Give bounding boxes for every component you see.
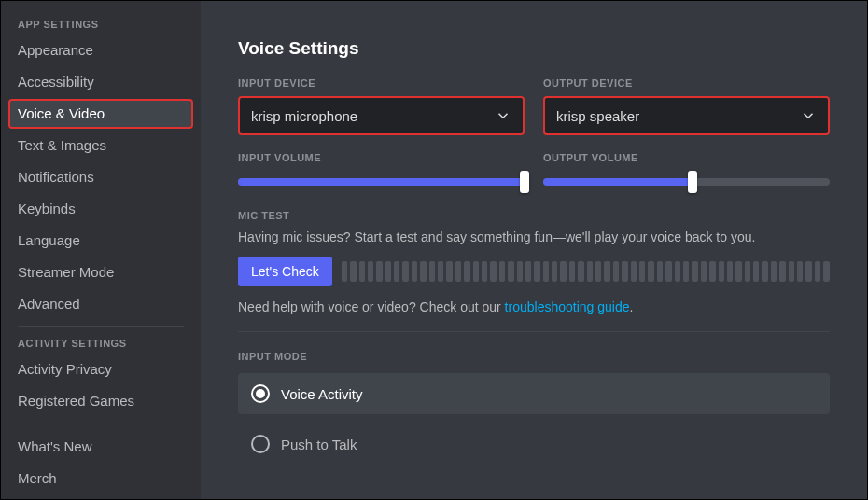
output-device-label: Output Device <box>543 77 830 89</box>
sidebar-divider <box>18 326 184 327</box>
input-mode-label: Input Mode <box>238 351 830 362</box>
help-text-prefix: Need help with voice or video? Check out… <box>238 299 505 314</box>
sidebar-item-merch[interactable]: Merch <box>8 464 193 493</box>
page-title: Voice Settings <box>238 38 830 59</box>
sidebar-item-activity-privacy[interactable]: Activity Privacy <box>8 354 193 384</box>
help-text-suffix: . <box>630 299 634 314</box>
output-device-select[interactable]: krisp speaker <box>543 96 830 135</box>
mic-test-button[interactable]: Let's Check <box>238 257 332 286</box>
output-volume-slider[interactable] <box>543 171 830 193</box>
sidebar-item-accessibility[interactable]: Accessibility <box>8 67 193 97</box>
input-volume-slider[interactable] <box>238 171 525 193</box>
input-device-label: Input Device <box>238 77 525 89</box>
sidebar-item-notifications[interactable]: Notifications <box>8 162 193 192</box>
radio-unselected-icon <box>251 435 270 453</box>
chevron-down-icon <box>495 107 511 124</box>
section-divider <box>238 331 830 332</box>
output-device-value: krisp speaker <box>556 108 639 124</box>
help-text: Need help with voice or video? Check out… <box>238 299 830 314</box>
input-mode-push-to-talk[interactable]: Push to Talk <box>238 424 830 465</box>
radio-selected-icon <box>251 384 270 403</box>
mic-test-description: Having mic issues? Start a test and say … <box>238 229 830 245</box>
sidebar-item-streamer-mode[interactable]: Streamer Mode <box>8 257 193 287</box>
input-device-select[interactable]: krisp microphone <box>238 96 525 135</box>
sidebar-item-whats-new[interactable]: What's New <box>8 432 193 462</box>
sidebar-item-registered-games[interactable]: Registered Games <box>8 386 193 416</box>
input-mode-voice-activity[interactable]: Voice Activity <box>238 373 830 414</box>
sidebar-item-keybinds[interactable]: Keybinds <box>8 194 193 224</box>
input-volume-label: Input Volume <box>238 152 525 163</box>
radio-label: Voice Activity <box>281 386 363 402</box>
chevron-down-icon <box>800 107 817 124</box>
settings-sidebar: App Settings Appearance Accessibility Vo… <box>1 1 201 499</box>
troubleshooting-link[interactable]: troubleshooting guide <box>505 299 630 314</box>
sidebar-item-appearance[interactable]: Appearance <box>8 35 193 65</box>
radio-label: Push to Talk <box>281 437 357 452</box>
mic-level-meter <box>342 261 830 282</box>
sidebar-item-text-images[interactable]: Text & Images <box>8 131 193 160</box>
section-header-app-settings: App Settings <box>8 16 193 35</box>
sidebar-item-advanced[interactable]: Advanced <box>8 289 193 319</box>
sidebar-item-language[interactable]: Language <box>8 226 193 256</box>
sidebar-divider <box>18 424 184 424</box>
sidebar-item-voice-video[interactable]: Voice & Video <box>8 99 193 129</box>
output-volume-label: Output Volume <box>543 152 830 163</box>
section-header-activity-settings: Activity Settings <box>8 335 193 354</box>
mic-test-label: Mic Test <box>238 210 830 221</box>
input-device-value: krisp microphone <box>251 108 357 124</box>
main-panel: Voice Settings Input Device krisp microp… <box>201 1 867 499</box>
